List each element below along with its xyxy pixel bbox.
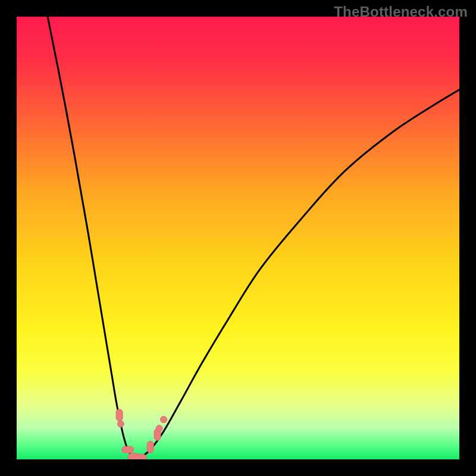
marker-0 xyxy=(116,409,123,421)
marker-7 xyxy=(156,425,162,431)
marker-2 xyxy=(122,446,134,453)
chart-svg xyxy=(17,17,459,459)
watermark-text: TheBottleneck.com xyxy=(334,4,468,20)
marker-4 xyxy=(134,455,146,459)
marker-8 xyxy=(161,416,167,423)
chart-frame: TheBottleneck.com xyxy=(0,0,476,476)
plot-area xyxy=(17,17,459,459)
gradient-background xyxy=(17,17,459,459)
marker-5 xyxy=(147,441,154,453)
marker-1 xyxy=(117,421,124,427)
